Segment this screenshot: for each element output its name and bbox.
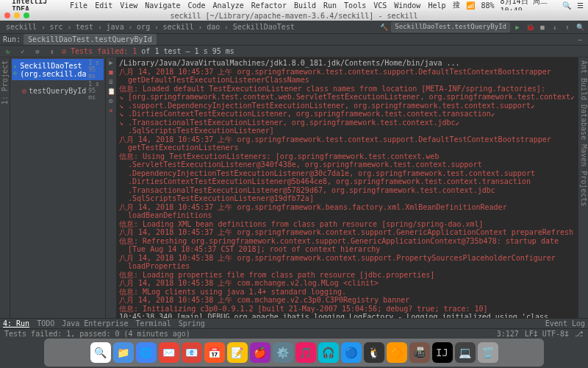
dock-app-0[interactable]: 🔍 (90, 342, 111, 363)
minimize-panel-icon[interactable]: — (575, 35, 585, 45)
dock-app-2[interactable]: 🌐 (136, 342, 157, 363)
menu-vcs[interactable]: VCS (373, 1, 387, 10)
menu-build[interactable]: Build (294, 1, 316, 10)
stop-icon[interactable]: ■ (107, 68, 115, 76)
ime-icon[interactable]: 搜 (453, 0, 460, 10)
dock-app-11[interactable]: 🔵 (341, 342, 362, 363)
maven-button[interactable]: Maven Projects (578, 144, 588, 206)
menu-run[interactable]: Run (323, 1, 337, 10)
menu-edit[interactable]: Edit (95, 1, 112, 10)
minimize-window[interactable] (14, 13, 20, 18)
project-tool-button[interactable]: 1: Project (1, 60, 9, 105)
tab-terminal[interactable]: Terminal (136, 319, 171, 328)
crumb-seckill[interactable]: seckill (160, 22, 197, 32)
dock-app-5[interactable]: 📅 (204, 342, 225, 363)
dock-app-10[interactable]: 🎧 (318, 342, 339, 363)
notification-icon[interactable]: ☰ (577, 1, 584, 10)
rerun-button[interactable]: ↻ (3, 46, 13, 57)
run-config-select[interactable]: SeckillDaoTest.testQueryById (391, 22, 510, 32)
crumb-java[interactable]: java (104, 22, 127, 32)
console-line: ↘ .TransactionalTestExecutionListener, o… (119, 118, 575, 127)
dock-app-3[interactable]: ✉️ (159, 342, 179, 363)
crumb-test[interactable]: test (73, 22, 96, 32)
console-line: ↘ [org.springframework.test.context.web.… (119, 93, 575, 102)
run-tab[interactable]: SeckillDaoTest.testQueryById (24, 34, 157, 45)
spotlight-icon[interactable]: 🔍 (562, 1, 571, 10)
dock-app-13[interactable]: 🔶 (387, 342, 407, 363)
dock-app-15[interactable]: IJ (432, 342, 453, 363)
toggle-passed-icon[interactable]: ✓ (18, 46, 28, 57)
menu-window[interactable]: Window (394, 1, 420, 10)
debug-button[interactable]: 🐞 (525, 22, 535, 32)
menu-refactor[interactable]: Refactor (251, 1, 287, 10)
expand-all-icon[interactable]: ↕ (47, 46, 57, 57)
tab-javaee[interactable]: Java Enterprise (62, 319, 128, 328)
tree-child-label: testQueryById (29, 87, 86, 95)
tree-root[interactable]: ▾ ⊘ SeckillDaoTest (org.seckill.da 1 s 9… (12, 59, 104, 80)
crumb-org[interactable]: org (134, 22, 153, 32)
console-line: .SqlScriptsTestExecutionListener@19dfb72… (119, 194, 575, 203)
settings-icon[interactable]: ⚙ (107, 97, 115, 105)
zoom-window[interactable] (24, 13, 29, 18)
encoding[interactable]: LF‡ UTF-8‡ (525, 330, 569, 338)
layout-icon[interactable]: ≣ (107, 78, 115, 85)
battery[interactable]: 88% (481, 1, 494, 10)
dock-app-7[interactable]: 🍎 (250, 342, 270, 363)
tree-child[interactable]: ⊘ testQueryById 1 s 95 ms (12, 80, 104, 102)
database-button[interactable]: Database (578, 105, 588, 140)
rerun-icon[interactable]: ▶ (107, 59, 115, 66)
dock-app-16[interactable]: 💻 (455, 342, 476, 363)
dock-app-9[interactable]: 🎵 (295, 342, 316, 363)
crumb-project[interactable]: seckill (3, 22, 40, 32)
menu-tools[interactable]: Tools (344, 1, 366, 10)
event-log-button[interactable]: Event Log (545, 319, 585, 328)
menu-code[interactable]: Code (188, 1, 206, 10)
test-tree[interactable]: ▾ ⊘ SeckillDaoTest (org.seckill.da 1 s 9… (10, 57, 106, 318)
export-icon[interactable]: 📋 (107, 88, 115, 95)
console-line: 信息: Loading properties file from class p… (119, 271, 575, 280)
close-icon[interactable]: ✕ (107, 107, 115, 114)
dock-app-1[interactable]: 📁 (113, 342, 134, 363)
menu-navigate[interactable]: Navigate (145, 1, 180, 10)
right-gutter: Ant Build Database Maven Projects (578, 57, 588, 318)
dock-app-17[interactable]: 🗑️ (478, 342, 498, 363)
status-message: Tests failed: 1, passed: 0 (4 minutes ag… (4, 330, 190, 338)
vcs-update-icon[interactable]: ↓ (550, 22, 560, 32)
toggle-ignored-icon[interactable]: ⊘ (32, 46, 43, 57)
dock-app-4[interactable]: 📧 (182, 342, 202, 363)
tab-spring[interactable]: Spring (179, 319, 205, 328)
dock-app-14[interactable]: 📠 (409, 342, 430, 363)
console-line: 10:45:38.340 [main] DEBUG org.apache.iba… (119, 313, 575, 318)
toolbar: seckill› src› test› java› org› seckill› … (0, 21, 588, 34)
menu-analyze[interactable]: Analyze (213, 1, 244, 10)
dock-app-12[interactable]: 🐧 (364, 342, 384, 363)
console-output[interactable]: /Library/Java/JavaVirtualMachines/jdk1.8… (116, 57, 578, 318)
run-button[interactable]: ▶ (512, 22, 523, 32)
window-titlebar: seckill [~/Library/apache-maven-3.6.4/se… (0, 10, 588, 21)
console-line: .SqlScriptsTestExecutionListener] (119, 127, 575, 135)
ant-build-button[interactable]: Ant Build (578, 60, 588, 100)
crumb-dao[interactable]: dao (204, 22, 223, 32)
build-icon[interactable]: 🔨 (379, 22, 389, 32)
tab-run[interactable]: 4: Run (3, 319, 29, 328)
crumb-src[interactable]: src (47, 22, 66, 32)
caret-position[interactable]: 3:127 (497, 330, 519, 338)
menu-file[interactable]: File (70, 1, 87, 10)
menu-help[interactable]: Help (428, 1, 445, 10)
console-line: /Library/Java/JavaVirtualMachines/jdk1.8… (119, 59, 575, 68)
git-branch[interactable]: ⎇ (575, 330, 584, 338)
search-icon[interactable]: 🔍 (575, 22, 585, 32)
vcs-commit-icon[interactable]: ↑ (562, 22, 573, 32)
stop-button[interactable]: ■ (537, 22, 548, 32)
wifi-icon[interactable]: 📶 (466, 1, 475, 10)
console-line: .TransactionalTestExecutionListener@5782… (119, 186, 575, 195)
close-window[interactable] (4, 13, 10, 18)
crumb-class[interactable]: SeckillDaoTest (230, 22, 298, 32)
console-line: 八月 14, 2018 10:45:37 上午 org.springframew… (119, 68, 575, 77)
tests-total-text: of 1 test – 1 s 95 ms (141, 47, 234, 55)
tab-todo[interactable]: TODO (37, 319, 54, 328)
left-gutter: 1: Project (0, 57, 10, 318)
dock-app-6[interactable]: 📝 (227, 342, 248, 363)
dock-app-8[interactable]: ⚙️ (273, 342, 293, 363)
menu-view[interactable]: View (120, 1, 137, 10)
